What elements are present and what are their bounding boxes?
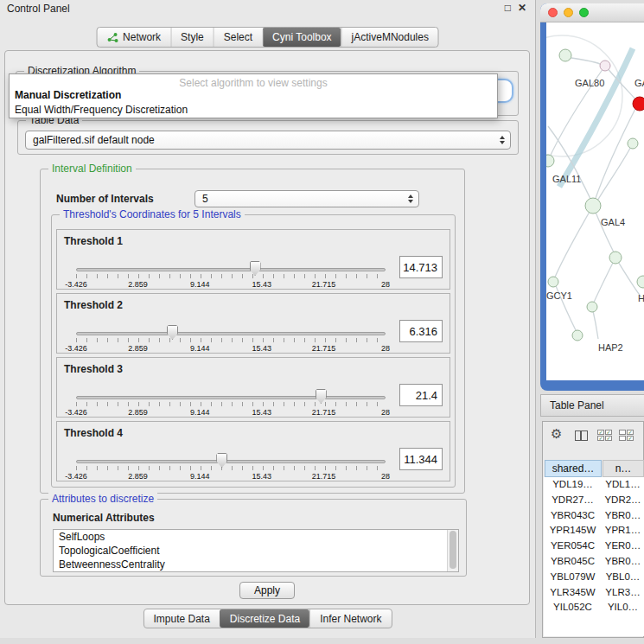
slider-track[interactable]: [76, 268, 386, 271]
table-cell[interactable]: YBL079W: [544, 570, 602, 585]
table-cell[interactable]: YIL052C: [544, 600, 602, 615]
node-label-hap2: HAP2: [598, 342, 623, 353]
tab-cyni-toolbox[interactable]: Cyni Toolbox: [262, 28, 341, 47]
column-header-shared-name[interactable]: shared…: [545, 460, 602, 477]
node-label-gcy1: GCY1: [546, 290, 572, 301]
table-cell[interactable]: YPR1…: [602, 523, 644, 539]
threshold-2-value-field[interactable]: 6.316: [399, 320, 443, 342]
select-columns-icon[interactable]: [575, 430, 588, 441]
network-node[interactable]: [587, 302, 597, 312]
network-node[interactable]: [628, 138, 638, 149]
network-window-titlebar: [540, 3, 644, 22]
table-row[interactable]: YDL19… YDL1…: [544, 477, 644, 493]
list-item[interactable]: SelfLoops: [54, 530, 458, 544]
table-cell[interactable]: YBR0…: [602, 508, 644, 524]
table-row[interactable]: YBL079W YBL0…: [544, 570, 644, 585]
threshold-coordinates-group: Threshold's Coordinates for 5 Intervals …: [51, 214, 456, 488]
apply-button[interactable]: Apply: [239, 582, 295, 599]
list-item[interactable]: BetweennessCentrality: [54, 558, 458, 571]
tab-style[interactable]: Style: [170, 28, 214, 47]
table-row[interactable]: YBR045C YBR0…: [544, 554, 644, 570]
scrollbar-thumb[interactable]: [450, 531, 456, 569]
float-window-icon[interactable]: □: [505, 2, 511, 14]
table-cell[interactable]: YLR3…: [602, 585, 644, 601]
close-traffic-light[interactable]: [548, 8, 558, 17]
table-cell[interactable]: YDL19…: [544, 477, 602, 493]
table-cell[interactable]: YIL0…: [602, 600, 644, 615]
table-row[interactable]: YER054C YER0…: [544, 539, 644, 554]
minimize-traffic-light[interactable]: [564, 8, 573, 17]
table-cell[interactable]: YDR2…: [602, 493, 644, 508]
network-node-gal4[interactable]: [585, 198, 601, 214]
table-body: YDL19… YDL1… YDR27… YDR2… YBR043C YBR0… …: [544, 477, 644, 636]
tab-discretize-data[interactable]: Discretize Data: [220, 609, 309, 628]
tab-network[interactable]: Network: [97, 28, 170, 47]
threshold-1-label: Threshold 1: [64, 235, 123, 247]
list-item[interactable]: TopologicalCoefficient: [54, 544, 458, 558]
slider-track[interactable]: [76, 332, 386, 335]
tab-infer-network-label: Infer Network: [320, 613, 381, 625]
threshold-4-value-field[interactable]: 11.344: [399, 448, 443, 470]
threshold-3-slider[interactable]: -3.4262.8599.14415.4321.71528: [76, 391, 386, 417]
slider-tick-labels: -3.4262.8599.14415.4321.71528: [76, 472, 386, 481]
node-label-gal80: GAL80: [575, 78, 604, 88]
network-node[interactable]: [546, 155, 554, 167]
table-cell[interactable]: YBL0…: [602, 570, 644, 585]
table-row[interactable]: YLR345W YLR3…: [544, 585, 644, 601]
slider-tick-labels: -3.4262.8599.14415.4321.71528: [76, 280, 386, 289]
threshold-3-value-field[interactable]: 21.4: [399, 384, 443, 406]
numerical-attributes-list[interactable]: SelfLoopsTopologicalCoefficientBetweenne…: [53, 529, 459, 572]
network-node[interactable]: [600, 61, 610, 71]
table-cell[interactable]: YBR0…: [602, 554, 644, 570]
threshold-4-slider[interactable]: -3.4262.8599.14415.4321.71528: [76, 455, 386, 481]
tab-discretize-data-label: Discretize Data: [230, 613, 300, 625]
table-row[interactable]: YBR043C YBR0…: [544, 508, 644, 524]
table-cell[interactable]: YER054C: [544, 539, 602, 554]
top-tab-bar: Network Style Select Cyni Toolbox jActiv…: [96, 27, 439, 48]
select-none-icon[interactable]: [619, 430, 634, 441]
scrollbar[interactable]: [447, 530, 458, 571]
table-cell[interactable]: YER0…: [602, 539, 644, 554]
threshold-2-slider[interactable]: -3.4262.8599.14415.4321.71528: [76, 327, 386, 353]
control-panel-titlebar: Control Panel □ ✕: [0, 0, 535, 17]
table-cell[interactable]: YDR27…: [544, 493, 602, 508]
table-data-combobox[interactable]: galFiltered.sif default node: [25, 131, 511, 150]
table-cell[interactable]: YBR045C: [544, 554, 602, 570]
select-all-icon[interactable]: [597, 430, 612, 441]
network-canvas[interactable]: GAL80 GAL GAL11 GAL4 GCY1 HAP2 H: [546, 22, 644, 380]
network-node[interactable]: [637, 276, 644, 288]
tab-impute-data[interactable]: Impute Data: [143, 609, 219, 628]
node-label-gal4: GAL4: [601, 217, 625, 227]
network-node-gcy1[interactable]: [548, 277, 558, 287]
gear-icon[interactable]: ⚙: [551, 426, 562, 442]
selected-red-node[interactable]: [633, 97, 644, 111]
table-panel-header[interactable]: Table Panel: [540, 394, 644, 417]
column-header-name[interactable]: n…: [603, 460, 644, 477]
threshold-1-value-field[interactable]: 14.713: [399, 256, 443, 278]
tab-jactivemnodules[interactable]: jActiveMNodules: [341, 28, 438, 47]
close-icon[interactable]: ✕: [518, 2, 526, 14]
tab-select[interactable]: Select: [214, 28, 262, 47]
number-of-intervals-combobox[interactable]: 5: [194, 190, 419, 207]
table-cell[interactable]: YLR345W: [544, 585, 602, 601]
threshold-1-slider[interactable]: -3.4262.8599.14415.4321.71528: [76, 263, 386, 289]
thick-edge[interactable]: [559, 48, 633, 187]
table-cell[interactable]: YPR145W: [544, 523, 602, 539]
tab-infer-network[interactable]: Infer Network: [309, 609, 391, 628]
table-cell[interactable]: YDL1…: [602, 477, 644, 493]
table-row[interactable]: YIL052C YIL0…: [544, 600, 644, 615]
slider-track[interactable]: [76, 396, 386, 399]
network-node[interactable]: [609, 252, 622, 264]
network-node[interactable]: [559, 49, 571, 61]
threshold-4-label: Threshold 4: [64, 427, 123, 439]
table-row[interactable]: YDR27… YDR2…: [544, 493, 644, 508]
window-title: Control Panel: [7, 3, 70, 15]
slider-track[interactable]: [76, 460, 386, 463]
network-node-hap2[interactable]: [572, 330, 583, 341]
menu-item-equal-width-frequency[interactable]: Equal Width/Frequency Discretization: [10, 103, 497, 118]
table-data-group: Table Data galFiltered.sif default node: [17, 120, 519, 155]
table-row[interactable]: YPR145W YPR1…: [544, 523, 644, 539]
table-cell[interactable]: YBR043C: [544, 508, 602, 524]
zoom-traffic-light[interactable]: [579, 8, 589, 17]
menu-item-manual-discretization[interactable]: Manual Discretization: [10, 88, 497, 103]
